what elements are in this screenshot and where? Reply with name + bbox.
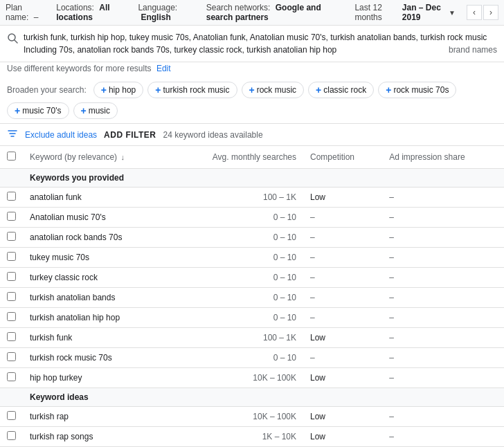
nav-next-button[interactable]: › [483, 5, 498, 20]
table-row: Anatolian music 70's 0 – 10 – – [0, 208, 504, 228]
table-row: anatolian funk 100 – 1K Low – [0, 188, 504, 208]
table-row: turkish anatolian hip hop 0 – 10 – – [0, 308, 504, 328]
table-row: anatolian rock bands 70s 0 – 10 – – [0, 228, 504, 248]
avg-monthly-cell: 10K – 100K [170, 407, 303, 427]
row-checkbox-cell[interactable] [0, 208, 23, 228]
competition-cell: Low [303, 328, 382, 348]
row-checkbox-cell[interactable] [0, 368, 23, 388]
row-checkbox[interactable] [7, 212, 16, 221]
row-checkbox[interactable] [7, 352, 16, 361]
competition-cell: – [303, 208, 382, 228]
row-checkbox-cell[interactable] [0, 248, 23, 268]
ad-impression-cell: – [382, 208, 504, 228]
row-checkbox[interactable] [7, 431, 16, 440]
row-checkbox[interactable] [7, 192, 16, 201]
row-checkbox-cell[interactable] [0, 348, 23, 368]
ad-impression-cell: – [382, 308, 504, 328]
chip-plus-icon: + [386, 84, 391, 95]
table-row: tukey music 70s 0 – 10 – – [0, 248, 504, 268]
add-filter-button[interactable]: ADD FILTER [104, 130, 156, 140]
chip-plus-icon: + [316, 84, 321, 95]
select-all-checkbox[interactable] [7, 152, 16, 161]
avg-monthly-cell: 0 – 10 [170, 268, 303, 288]
keywords-table-wrap: Keyword (by relevance) ↓ Avg. monthly se… [0, 146, 504, 447]
row-checkbox[interactable] [7, 411, 16, 420]
avg-monthly-cell: 10K – 100K [170, 368, 303, 388]
ad-impression-cell: – [382, 268, 504, 288]
top-bar: Plan name: – Locations: All locations La… [0, 0, 504, 26]
ad-impression-header[interactable]: Ad impression share [382, 146, 504, 169]
row-checkbox-cell[interactable] [0, 268, 23, 288]
sort-arrow-icon: ↓ [120, 153, 125, 161]
keyword-cell: anatolian funk [23, 188, 170, 208]
language-label: Language: English [138, 3, 195, 22]
avg-monthly-header[interactable]: Avg. monthly searches [170, 146, 303, 169]
edit-link[interactable]: Edit [156, 64, 171, 73]
avg-monthly-cell: 0 – 10 [170, 288, 303, 308]
row-checkbox-cell[interactable] [0, 228, 23, 248]
competition-header[interactable]: Competition [303, 146, 382, 169]
ad-impression-cell: – [382, 407, 504, 427]
competition-cell: Low [303, 407, 382, 427]
section-ideas-header: Keyword ideas [0, 388, 504, 407]
competition-cell: – [303, 268, 382, 288]
ad-impression-cell: – [382, 427, 504, 447]
table-row: turkish rock music 70s 0 – 10 – – [0, 348, 504, 368]
row-checkbox[interactable] [7, 292, 16, 301]
competition-cell: Low [303, 188, 382, 208]
row-checkbox[interactable] [7, 332, 16, 341]
broaden-chip[interactable]: +turkish rock music [147, 82, 237, 98]
exclude-adult-ideas-link[interactable]: Exclude adult ideas [25, 130, 97, 140]
ad-impression-cell: – [382, 188, 504, 208]
chip-plus-icon: + [101, 84, 107, 95]
competition-cell: Low [303, 368, 382, 388]
broaden-chip[interactable]: +classic rock [308, 82, 374, 98]
keywords-table: Keyword (by relevance) ↓ Avg. monthly se… [0, 146, 504, 447]
competition-cell: – [303, 228, 382, 248]
keyword-cell: turkey classic rock [23, 268, 170, 288]
ad-impression-cell: – [382, 328, 504, 348]
avg-monthly-cell: 0 – 10 [170, 308, 303, 328]
row-checkbox-cell[interactable] [0, 188, 23, 208]
keyword-cell: turkish rock music 70s [23, 348, 170, 368]
row-checkbox[interactable] [7, 372, 16, 381]
ad-impression-cell: – [382, 228, 504, 248]
row-checkbox-cell[interactable] [0, 308, 23, 328]
svg-line-1 [15, 40, 17, 43]
avg-monthly-cell: 100 – 1K [170, 328, 303, 348]
locations-label: Locations: All locations [56, 3, 127, 22]
broaden-chip[interactable]: +music [73, 102, 118, 119]
row-checkbox-cell[interactable] [0, 427, 23, 447]
edit-row: Use different keywords for more results … [0, 62, 504, 77]
avg-monthly-cell: 0 – 10 [170, 228, 303, 248]
keyword-count-label: 24 keyword ideas available [163, 130, 263, 140]
row-checkbox-cell[interactable] [0, 288, 23, 308]
networks-label: Search networks: Google and search partn… [206, 3, 344, 22]
broaden-chip[interactable]: +music 70's [7, 102, 69, 119]
table-row: turkish anatolian bands 0 – 10 – – [0, 288, 504, 308]
broaden-chip[interactable]: +rock music [242, 82, 305, 98]
select-all-header[interactable] [0, 146, 23, 169]
filter-icon [7, 128, 18, 141]
search-icon [7, 33, 18, 46]
keyword-cell: turkish anatolian bands [23, 288, 170, 308]
row-checkbox[interactable] [7, 312, 16, 321]
row-checkbox[interactable] [7, 232, 16, 241]
keyword-cell: hip hop turkey [23, 368, 170, 388]
date-range-selector[interactable]: Last 12 months Jan – Dec 2019 ▼ [354, 3, 456, 22]
competition-cell: Low [303, 427, 382, 447]
broaden-chip[interactable]: +rock music 70s [378, 82, 456, 98]
avg-monthly-cell: 0 – 10 [170, 208, 303, 228]
broaden-chip[interactable]: +hip hop [93, 82, 144, 98]
row-checkbox-cell[interactable] [0, 328, 23, 348]
competition-cell: – [303, 248, 382, 268]
row-checkbox[interactable] [7, 272, 16, 281]
table-row: turkish funk 100 – 1K Low – [0, 328, 504, 348]
keyword-cell: turkish anatolian hip hop [23, 308, 170, 328]
nav-prev-button[interactable]: ‹ [467, 5, 482, 20]
table-row: turkish rap songs 1K – 10K Low – [0, 427, 504, 447]
row-checkbox-cell[interactable] [0, 407, 23, 427]
row-checkbox[interactable] [7, 252, 16, 261]
keyword-header[interactable]: Keyword (by relevance) ↓ [23, 146, 170, 169]
ad-impression-cell: – [382, 288, 504, 308]
